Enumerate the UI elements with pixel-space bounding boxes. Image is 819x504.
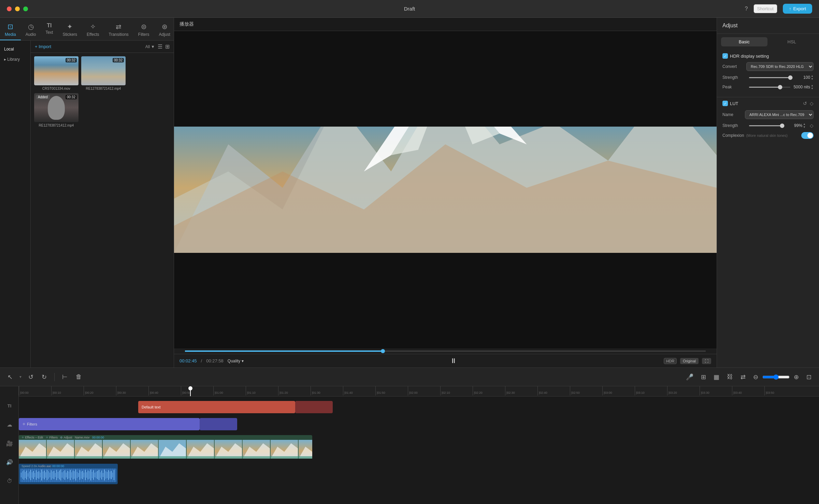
play-button[interactable]: ⏸ [450, 357, 457, 365]
sidebar-item-library[interactable]: ▸ Library [0, 54, 30, 64]
svg-rect-93 [108, 470, 109, 480]
svg-rect-64 [69, 472, 69, 478]
lut-section: ✓ LUT ↺ ◇ Name ARRI ALEXA Mini ...c to R… [717, 97, 819, 142]
media-grid: 00:32 CRST001334.mov 00:32 RE12783872141… [31, 53, 174, 131]
chain-button[interactable]: ⛓ [725, 372, 735, 382]
help-icon[interactable]: ? [745, 6, 748, 12]
filter-icon: ▼ [151, 44, 155, 49]
list-item[interactable]: Added 00:32 RE127838721412.mp4 [34, 93, 78, 127]
import-button[interactable]: + Import [35, 44, 51, 49]
select-dropdown[interactable]: ▼ [19, 375, 22, 379]
complexion-toggle[interactable] [801, 132, 814, 139]
minimize-button[interactable] [15, 6, 20, 11]
tab-basic[interactable]: Basic [721, 37, 767, 46]
lut-name-select[interactable]: ARRI ALEXA Mini ...c to Rec.709 [745, 110, 814, 119]
strength-slider[interactable] [749, 77, 790, 78]
fit-button[interactable]: ⊡ [804, 372, 814, 382]
video-track-icon[interactable]: 🎥 [0, 434, 19, 453]
strength-stepper[interactable]: ▲▼ [811, 74, 814, 81]
audio-track[interactable]: Speed 2.0x Audio.aac 00:00:00 [19, 464, 118, 484]
svg-rect-69 [75, 470, 76, 480]
export-button[interactable]: ↑ Export [783, 4, 812, 14]
tab-media[interactable]: ⊡ Media [0, 20, 21, 40]
lut-checkbox[interactable]: ✓ [722, 101, 728, 106]
sticker-track-icon[interactable]: ☁ [0, 415, 19, 434]
tab-text[interactable]: TI Text [41, 20, 58, 40]
ruler-mark: |03:30 [700, 386, 732, 395]
tab-transitions[interactable]: ⇄ Transitions [104, 20, 133, 40]
list-view-button[interactable]: ☰ [158, 43, 162, 50]
time-total: / [201, 358, 202, 363]
ruler-mark: |01:10 [246, 386, 278, 395]
svg-rect-71 [78, 473, 79, 477]
close-button[interactable] [7, 6, 12, 11]
lut-strength-stepper[interactable]: ▲▼ [803, 123, 806, 129]
sidebar-item-local[interactable]: Local [0, 44, 30, 54]
svg-rect-44 [41, 470, 42, 480]
fullscreen-button[interactable]: ⛶ [702, 358, 711, 364]
hdr-button[interactable]: HDR [664, 358, 677, 364]
video-track[interactable]: ✧ Effects – Edit ✧ Filters ⊛ Adjust Name… [19, 435, 312, 459]
link-button[interactable]: ⊞ [699, 372, 708, 382]
redo-button[interactable]: ↻ [40, 372, 49, 382]
audio-waveform [20, 469, 116, 482]
zoom-out-button[interactable]: ⊖ [751, 372, 760, 382]
tab-stickers[interactable]: ✦ Stickers [58, 20, 82, 40]
lut-strength-diamond[interactable]: ◇ [810, 123, 814, 128]
snap-button[interactable]: ▦ [712, 372, 721, 382]
complexion-sublabel: (More natural skin tones) [746, 133, 788, 138]
split-button[interactable]: ⊢ [60, 372, 70, 382]
peak-row: Peak 5000 nits ▲▼ [722, 84, 814, 90]
tab-filters[interactable]: ⊜ Filters [133, 20, 154, 40]
ruler-mark: |01:20 [278, 386, 311, 395]
hdr-label: HDR display setting [730, 54, 769, 59]
peak-value: 5000 nits ▲▼ [793, 84, 814, 90]
shortcut-button[interactable]: Shortcut [753, 4, 777, 13]
lut-strength-slider[interactable] [749, 125, 782, 126]
ruler-mark: |02:50 [570, 386, 602, 395]
svg-rect-50 [49, 473, 50, 477]
ruler-marks: |00:00 |00:10 |00:20 |00:30 |00:40 |00:5… [19, 386, 819, 396]
zoom-slider[interactable] [762, 374, 790, 380]
svg-rect-39 [34, 473, 35, 477]
svg-rect-88 [101, 471, 102, 479]
filter-button[interactable]: All ▼ [145, 44, 155, 49]
tab-adjust[interactable]: ⊛ Adjust [154, 20, 175, 40]
grid-view-button[interactable]: ⊞ [165, 43, 170, 50]
lut-diamond-button[interactable]: ◇ [810, 101, 814, 106]
delete-button[interactable]: 🗑 [74, 372, 84, 382]
quality-button[interactable]: Quality ▾ [228, 359, 244, 363]
strength-value: 100 ▲▼ [793, 74, 814, 81]
fullscreen-button[interactable] [23, 6, 28, 11]
list-item[interactable]: 00:32 RE127838721412.mp4 [81, 56, 126, 90]
filters-track[interactable]: ✧ Filters [19, 418, 200, 430]
select-tool[interactable]: ↖ [5, 372, 15, 382]
text-track[interactable]: Default text [138, 401, 295, 413]
tab-hsl[interactable]: HSL [769, 37, 815, 46]
hdr-checkbox[interactable]: ✓ [722, 53, 728, 59]
list-item[interactable]: 00:32 CRST001334.mov [34, 56, 78, 90]
audio-track-icon[interactable]: 🔊 [0, 453, 19, 472]
svg-rect-84 [96, 472, 97, 478]
zoom-in-button[interactable]: ⊕ [792, 372, 801, 382]
ruler-mark: |03:50 [764, 386, 797, 395]
mic-button[interactable]: 🎤 [684, 372, 695, 382]
lut-reset-button[interactable]: ↺ [803, 101, 807, 106]
tab-effects[interactable]: ✧ Effects [82, 20, 104, 40]
scrubber[interactable] [185, 350, 706, 352]
preview-video [174, 127, 717, 253]
peak-stepper[interactable]: ▲▼ [811, 84, 814, 90]
media-filename: CRST001334.mov [34, 87, 78, 90]
undo-button[interactable]: ↺ [26, 372, 35, 382]
convert-select[interactable]: Rec.709 SDR to Rec.2020 HLG [746, 62, 814, 71]
svg-rect-91 [105, 471, 106, 479]
text-track-icon[interactable]: TI [0, 397, 19, 415]
original-button[interactable]: Original [680, 358, 699, 364]
tab-audio[interactable]: ◷ Audio [21, 20, 41, 40]
timer-track-icon[interactable]: ⏱ [0, 472, 19, 490]
peak-slider[interactable] [749, 87, 790, 88]
transition-button[interactable]: ⇄ [738, 372, 748, 382]
tab-media-label: Media [5, 32, 16, 37]
svg-rect-85 [97, 471, 98, 479]
playhead[interactable] [190, 386, 191, 396]
